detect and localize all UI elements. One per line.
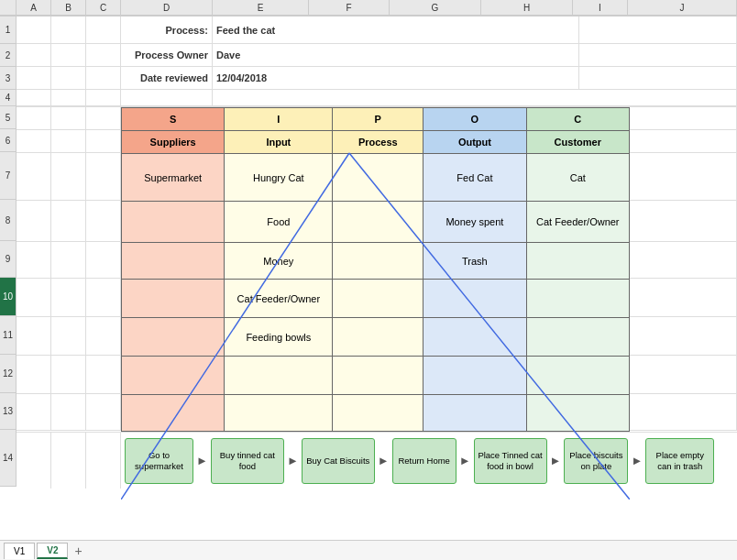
cell-I-7 <box>225 395 333 432</box>
main-area: Process: Feed the cat Process Owner Dave <box>16 16 737 540</box>
row-12: 12 <box>0 355 16 393</box>
flow-arrow-2: ► <box>287 454 299 467</box>
cell-S-7 <box>122 395 225 432</box>
header-C: C <box>526 108 629 131</box>
tab-v1[interactable]: V1 <box>4 543 35 559</box>
flow-step-3: Buy Cat Biscuits <box>302 438 375 484</box>
col-header-row: A B C D E F G H I J <box>0 0 737 16</box>
empty-left-cols <box>16 107 121 432</box>
add-tab-button[interactable]: + <box>70 543 86 559</box>
date-label: Date reviewed <box>121 67 213 90</box>
cell-P-5 <box>333 318 424 357</box>
cell-C-2: Cat Feeder/Owner <box>526 202 629 243</box>
subheader-O: Output <box>424 131 526 154</box>
col-d: D <box>121 0 213 16</box>
cell-C-7 <box>526 395 629 432</box>
cell-O-3: Trash <box>424 243 526 280</box>
cell-C-1: Cat <box>526 154 629 202</box>
row-1: 1 <box>0 16 16 44</box>
flow-arrow-3: ► <box>378 454 390 467</box>
row4-empty <box>16 90 737 106</box>
cell-S-2 <box>122 202 225 243</box>
cell-C-4 <box>526 280 629 318</box>
owner-label: Process Owner <box>121 44 213 67</box>
process-flow: Go to supermarket ► Buy tinned cat food … <box>121 438 737 484</box>
header-I: I <box>225 108 333 131</box>
cell-O-4 <box>424 280 526 318</box>
subheader-S: Suppliers <box>122 131 225 154</box>
corner-cell <box>0 0 16 16</box>
sipoc-table-wrapper: S I P O C Suppliers Input Process Output <box>121 107 630 432</box>
row-14: 14 <box>0 430 16 487</box>
header-O: O <box>424 108 526 131</box>
sheet-body: 1 2 3 4 5 6 7 8 9 10 11 12 13 14 <box>0 16 737 540</box>
col-i: I <box>573 0 628 16</box>
flow-arrow-6: ► <box>631 454 643 467</box>
cell-O-2: Money spent <box>424 202 526 243</box>
cell-I-6 <box>225 357 333 395</box>
col-b: B <box>51 0 86 16</box>
process-flow-row: Go to supermarket ► Buy tinned cat food … <box>16 432 737 489</box>
cell-C-5 <box>526 318 629 357</box>
flow-arrow-5: ► <box>550 454 562 467</box>
subheader-I: Input <box>225 131 333 154</box>
flow-arrow-4: ► <box>459 454 471 467</box>
date-value: 12/04/2018 <box>213 67 579 90</box>
cell-O-6 <box>424 357 526 395</box>
col-c: C <box>86 0 121 16</box>
row-10: 10 <box>0 278 16 316</box>
tab-bar: V1 V2 + <box>0 540 737 560</box>
cell-P-7 <box>333 395 424 432</box>
flow-step-1: Go to supermarket <box>125 438 193 484</box>
date-row: Date reviewed 12/04/2018 <box>16 67 737 90</box>
spreadsheet: A B C D E F G H I J 1 2 3 4 5 6 7 8 9 10… <box>0 0 737 560</box>
col-j: J <box>628 0 737 16</box>
col-h: H <box>481 0 573 16</box>
header-P: P <box>333 108 424 131</box>
process-row: Process: Feed the cat <box>16 16 737 44</box>
flow-step-5: Place Tinned cat food in bowl <box>474 438 547 484</box>
flow-step-7: Place empty can in trash <box>645 438 714 484</box>
flow-step-2: Buy tinned cat food <box>211 438 284 484</box>
row-9: 9 <box>0 241 16 278</box>
row-6: 6 <box>0 129 16 152</box>
cell-P-3 <box>333 243 424 280</box>
owner-row: Process Owner Dave <box>16 44 737 67</box>
flow-arrow-1: ► <box>196 454 208 467</box>
cell-P-2 <box>333 202 424 243</box>
cell-I-3: Money <box>225 243 333 280</box>
cell-S-3 <box>122 243 225 280</box>
col-g: G <box>390 0 481 16</box>
cell-O-7 <box>424 395 526 432</box>
cell-I-2: Food <box>225 202 333 243</box>
cell-P-4 <box>333 280 424 318</box>
flow-step-4: Return Home <box>392 438 456 484</box>
col-e: E <box>213 0 309 16</box>
sipoc-section: S I P O C Suppliers Input Process Output <box>16 107 737 432</box>
sipoc-table: S I P O C Suppliers Input Process Output <box>121 107 630 432</box>
cell-S-4 <box>122 280 225 318</box>
cell-S-6 <box>122 357 225 395</box>
row-7: 7 <box>0 152 16 200</box>
row-11: 11 <box>0 316 16 355</box>
cell-P-6 <box>333 357 424 395</box>
right-empty-cols <box>630 107 737 432</box>
row-4: 4 <box>0 90 16 106</box>
col-f: F <box>309 0 390 16</box>
cell-S-1: Supermarket <box>122 154 225 202</box>
process-value: Feed the cat <box>213 16 579 44</box>
header-S: S <box>122 108 225 131</box>
flow-step-6: Place biscuits on plate <box>564 438 628 484</box>
row-5: 5 <box>0 106 16 129</box>
cell-O-5 <box>424 318 526 357</box>
tab-v2[interactable]: V2 <box>37 543 68 559</box>
row-headers: 1 2 3 4 5 6 7 8 9 10 11 12 13 14 <box>0 16 16 540</box>
cell-I-1: Hungry Cat <box>225 154 333 202</box>
row-13: 13 <box>0 393 16 430</box>
subheader-P: Process <box>333 131 424 154</box>
row-2: 2 <box>0 44 16 67</box>
cell-S-5 <box>122 318 225 357</box>
col-a: A <box>16 0 51 16</box>
cell-I-5: Feeding bowls <box>225 318 333 357</box>
subheader-C: Customer <box>526 131 629 154</box>
